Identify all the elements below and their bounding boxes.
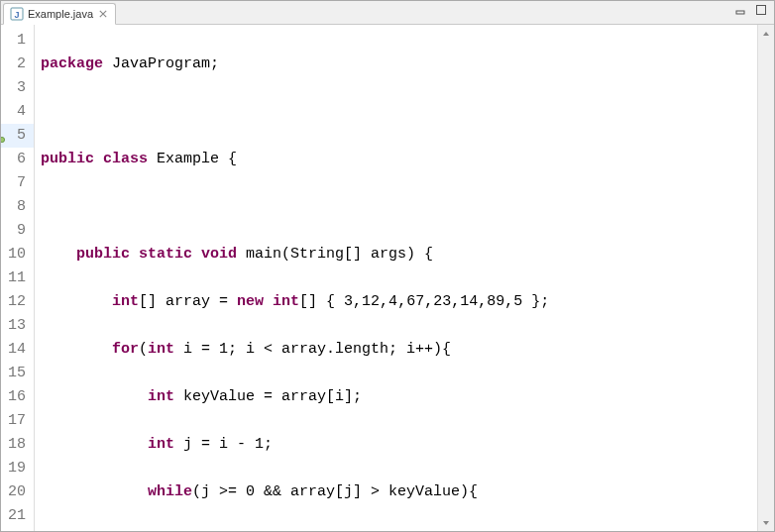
line-number: 21 [1, 504, 34, 528]
tab-label: Example.java [28, 8, 93, 20]
editor-tab[interactable]: J Example.java [3, 3, 116, 25]
line-number: 14 [1, 338, 34, 362]
line-number-gutter: 1 2 3 4 5 6 7 8 9 10 11 12 13 14 15 16 1… [1, 25, 35, 531]
line-number: 19 [1, 457, 34, 480]
scroll-up-icon[interactable] [758, 25, 774, 42]
editor: 1 2 3 4 5 6 7 8 9 10 11 12 13 14 15 16 1… [1, 25, 774, 531]
override-marker-icon [0, 128, 5, 134]
minimize-button[interactable] [734, 3, 748, 17]
maximize-button[interactable] [754, 3, 768, 17]
line-number: 16 [1, 385, 34, 409]
line-number: 3 [1, 76, 34, 100]
svg-point-4 [0, 137, 5, 142]
vertical-scrollbar[interactable] [757, 25, 774, 531]
line-number: 10 [1, 243, 34, 266]
line-number: 9 [1, 219, 34, 243]
line-number: 15 [1, 362, 34, 385]
line-number: 11 [1, 266, 34, 290]
svg-rect-3 [757, 6, 766, 15]
line-number: 17 [1, 409, 34, 433]
svg-text:J: J [14, 10, 19, 20]
line-number: 1 [1, 29, 34, 53]
svg-rect-2 [736, 11, 744, 14]
line-number: 8 [1, 195, 34, 219]
line-number: 12 [1, 290, 34, 314]
line-number: 18 [1, 433, 34, 457]
tab-bar: J Example.java [1, 1, 774, 25]
code-area[interactable]: package JavaProgram; public class Exampl… [35, 25, 757, 531]
line-number: 4 [1, 100, 34, 124]
line-number: 6 [1, 148, 34, 171]
line-number: 5 [1, 124, 34, 148]
line-number: 20 [1, 480, 34, 504]
close-icon[interactable] [97, 8, 109, 20]
scroll-down-icon[interactable] [758, 514, 774, 531]
line-number: 2 [1, 53, 34, 76]
line-number: 7 [1, 171, 34, 195]
java-file-icon: J [10, 7, 24, 21]
window-controls [734, 3, 768, 17]
line-number: 13 [1, 314, 34, 338]
